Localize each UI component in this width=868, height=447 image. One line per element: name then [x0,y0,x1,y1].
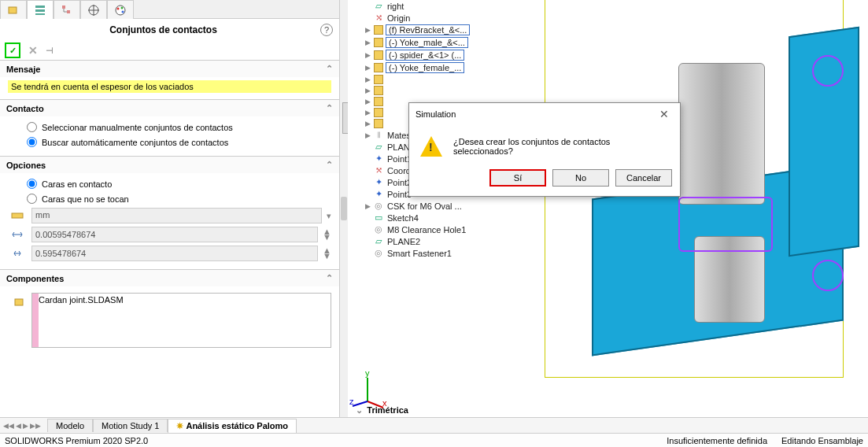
spinner-icon[interactable]: ▲▼ [323,229,331,240]
tab-analysis[interactable]: ✷Análisis estático Palomo [168,419,297,433]
tree-item-label: M8 Clearance Hole1 [386,225,467,235]
status-mode: Editando Ensamblaje [781,436,863,445]
section-header-componentes[interactable]: Componentes ⌃ [0,270,339,286]
tab-modelo[interactable]: Modelo [47,419,93,432]
radio-touch[interactable]: Caras en contacto [8,176,331,191]
part-icon [374,38,383,47]
feature-icon: ◎ [375,248,382,258]
max-gap-input[interactable] [31,246,318,261]
tree-item[interactable]: ▶ [354,74,519,85]
sketch-icon: ▭ [375,212,382,223]
section-header-mensaje[interactable]: Mensaje ⌃ [0,61,339,77]
expand-icon[interactable]: ▶ [364,120,371,127]
unit-select[interactable]: mm [31,208,322,224]
expand-icon[interactable]: ▶ [364,26,371,34]
tree-item[interactable]: ▶ [354,85,519,96]
expand-icon[interactable]: ▶ [364,64,371,72]
expand-icon[interactable]: ▶ [364,131,371,139]
expand-icon[interactable]: ▶ [364,39,371,46]
min-gap-input[interactable] [31,227,318,242]
tab-motion[interactable]: Motion Study 1 [93,419,168,432]
target-icon [87,4,100,17]
dialog-yes-button[interactable]: Sí [489,169,546,187]
svg-rect-2 [35,9,45,12]
hole-highlight [812,260,844,291]
tab-nav[interactable]: ◀◀◀▶▶▶ [3,422,41,430]
radio-notouch-input[interactable] [27,194,37,204]
expand-icon[interactable]: ▶ [364,76,371,83]
part-icon [374,86,383,95]
tree-item[interactable]: ▶◎CSK for M6 Oval ... [354,200,519,212]
expand-icon[interactable]: ▶ [364,87,371,94]
section-header-opciones[interactable]: Opciones ⌃ [0,157,339,173]
pm-title-row: Conjuntos de contactos ? [0,19,339,41]
dialog-titlebar[interactable]: Simulation ✕ [409,103,680,125]
expand-icon: ⌄ [356,405,363,415]
status-definition: Insuficientemente definida [667,436,767,445]
svg-point-10 [122,10,124,13]
point-icon: ✦ [375,177,382,187]
section-header-contacto[interactable]: Contacto ⌃ [0,100,339,116]
tree-item-label: Smart Fastener1 [386,249,453,258]
pin-button[interactable]: ⊣ [46,46,54,56]
pm-tab-feature[interactable] [0,0,27,19]
part-icon [374,25,383,35]
tree-item[interactable]: ▶(-) Yoke_male_&<... [354,36,519,49]
radio-manual[interactable]: Seleccionar manualmente conjuntos de con… [8,120,331,135]
radio-label: Caras en contacto [42,179,112,189]
collapse-icon: ⌃ [326,64,333,74]
radio-auto-input[interactable] [27,137,37,147]
tree-item[interactable]: ⤭Origin [354,12,519,24]
graphics-area[interactable]: ▱right⤭Origin▶(f) RevBracket_&<...▶(-) Y… [348,0,868,417]
expand-icon[interactable]: ▶ [364,109,371,116]
tree-item[interactable]: ◎Smart Fastener1 [354,247,519,259]
cancel-button[interactable]: ✕ [28,44,38,57]
pm-action-row: ✓ ✕ ⊣ [0,41,339,60]
radio-notouch[interactable]: Caras que no se tocan [8,191,331,206]
svg-text:y: y [365,370,370,378]
radio-touch-input[interactable] [27,179,37,189]
part-icon [374,108,383,117]
view-triad[interactable]: y x z [348,370,387,409]
dialog-title-text: Simulation [416,109,456,119]
mensaje-text: Se tendrá en cuenta el espesor de los va… [8,80,331,93]
expand-icon[interactable]: ▶ [364,202,371,210]
tree-item-label: CSK for M6 Oval ... [386,201,464,211]
ok-button[interactable]: ✓ [5,42,20,58]
tree-item[interactable]: ◎M8 Clearance Hole1 [354,224,519,235]
expand-icon[interactable]: ▶ [364,98,371,105]
plane-icon: ▱ [375,1,382,11]
dialog-no-button[interactable]: No [552,169,609,187]
radio-manual-input[interactable] [27,122,37,132]
spinner-icon[interactable]: ▲▼ [323,248,331,259]
tree-item[interactable]: ▶(-) Yoke_female_... [354,61,519,74]
list-item[interactable]: Cardan joint.SLDASM [32,294,331,306]
dialog-cancel-button[interactable]: Cancelar [615,169,672,187]
pm-tab-config[interactable] [54,0,80,19]
section-title: Componentes [6,274,64,283]
model-viewport[interactable] [497,0,860,393]
pm-tab-dimxpert[interactable] [80,0,107,19]
tree-item[interactable]: ▶(f) RevBracket_&<... [354,24,519,36]
view-orientation-label[interactable]: ⌄ Trimétrica [356,405,408,416]
dialog-close-button[interactable]: ✕ [655,108,674,120]
hole-highlight [812,55,844,87]
tree-item[interactable]: ▱PLANE2 [354,235,519,247]
components-list[interactable]: Cardan joint.SLDASM [31,293,331,348]
gap-min-icon [8,228,27,241]
pm-tab-appearance[interactable] [107,0,134,19]
splitter[interactable] [340,0,348,417]
pm-tab-bar [0,0,339,19]
expand-icon[interactable]: ▶ [364,51,371,59]
tree-item[interactable]: ▶(-) spider_&<1> (... [354,49,519,61]
point-icon: ✦ [375,153,382,164]
tree-item[interactable]: ▱right [354,0,519,12]
part-icon [374,119,383,128]
pm-title: Conjuntos de contactos [6,24,320,35]
tree-item-label: (-) spider_&<1> (... [386,50,464,61]
radio-auto[interactable]: Buscar automáticamente conjuntos de cont… [8,135,331,150]
tree-item[interactable]: ▭Sketch4 [354,212,519,224]
help-icon[interactable]: ? [320,24,333,36]
radio-label: Seleccionar manualmente conjuntos de con… [42,123,233,132]
pm-tab-property[interactable] [27,0,54,19]
